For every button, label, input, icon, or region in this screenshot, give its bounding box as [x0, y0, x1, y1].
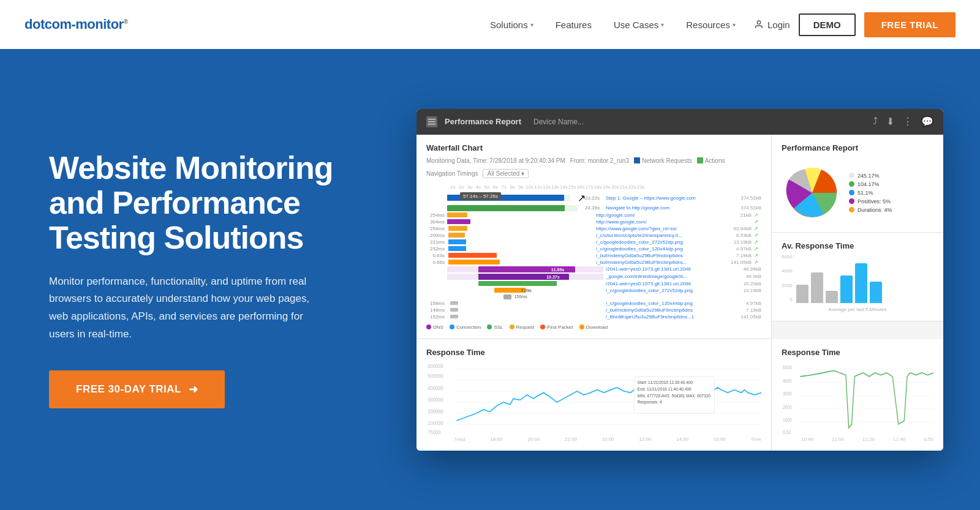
pie-chart: [782, 162, 843, 223]
line-path-right: [801, 370, 933, 428]
bar: [796, 285, 809, 303]
svg-rect-2: [428, 121, 435, 122]
trend-icon: ↗: [754, 219, 761, 225]
nav-links: Solutions ▾ Features Use Cases ▾ Resourc…: [490, 20, 736, 30]
table-row: 232ms /_c/googledoodles_color_120x44dp.p…: [426, 246, 761, 252]
svg-text:0.50: 0.50: [783, 429, 791, 435]
bar: [826, 291, 838, 303]
bar-chart-xlabel: Average per last 5 Minutes: [782, 307, 933, 312]
svg-text:Start: 11/21/2016 11:30:40.400: Start: 11/21/2016 11:30:40.400: [638, 380, 693, 384]
nav-solutions[interactable]: Solutions ▾: [490, 20, 533, 30]
performance-report-title: Performance Report: [782, 143, 933, 152]
svg-text:400000: 400000: [428, 385, 443, 391]
right-panels: Performance Report: [772, 135, 943, 339]
user-icon: [754, 20, 764, 29]
hero-section: Website Monitoring and Performance Testi…: [0, 49, 980, 510]
table-row: 152ms /_Bhn8KqarU5u3u29BuF9ncbnp6dns...1…: [426, 314, 761, 320]
response-time-right-panel: Response Time 5000 4000 3000 2000 1000 0…: [772, 339, 943, 451]
arrow-right-icon: ➜: [189, 383, 198, 396]
download-icon[interactable]: ⬇: [886, 116, 894, 127]
hero-description: Monitor performance, functionality, and …: [49, 273, 318, 344]
bar: [870, 282, 882, 303]
svg-rect-1: [428, 119, 435, 120]
chevron-down-icon: ▾: [733, 21, 736, 28]
svg-text:200000: 200000: [428, 408, 443, 414]
table-row: 150ms: [426, 294, 761, 299]
titlebar-title: Performance Report: [445, 117, 521, 126]
svg-text:4000: 4000: [783, 377, 792, 383]
line-chart-svg-right: 5000 4000 3000 2000 1000 0.50: [782, 362, 933, 435]
titlebar-device: Device Name...: [533, 118, 584, 126]
titlebar-actions: ⤴ ⬇ ⋮ 💬: [873, 116, 933, 127]
free-trial-button[interactable]: FREE TRIAL: [864, 12, 956, 37]
hero-cta-button[interactable]: FREE 30-DAY TRIAL ➜: [49, 370, 225, 408]
table-row: 0.63s /_buf/mdemyGd0a5u29BuF9ncbnp6dns 7…: [426, 253, 761, 258]
pie-chart-container: 245.17% 104.17% 51.1% Positives: 5% Dura…: [782, 162, 933, 223]
svg-text:5000: 5000: [783, 364, 792, 370]
hamburger-icon: [428, 119, 435, 125]
table-row: 200ms /_c/s/tul.tbn/scripts/te2/transpar…: [426, 233, 761, 238]
dashboard-window: Performance Report Device Name... ⤴ ⬇ ⋮ …: [417, 109, 943, 451]
trend-icon: ↗: [754, 253, 761, 258]
response-time-left-title: Response Time: [426, 348, 761, 357]
svg-text:2000: 2000: [783, 404, 792, 410]
login-button[interactable]: Login: [754, 20, 790, 30]
svg-text:300000: 300000: [428, 397, 443, 402]
chat-icon[interactable]: 💬: [921, 116, 933, 127]
navbar: dotcom-monitor® Solutions ▾ Features Use…: [0, 0, 980, 49]
hero-headline: Website Monitoring and Performance Testi…: [49, 151, 343, 256]
table-row: 304ms http://www.google.com/ ↗: [426, 219, 761, 225]
trend-icon: ↗: [578, 192, 582, 204]
bar: [811, 272, 823, 303]
hero-left: Website Monitoring and Performance Testi…: [49, 151, 343, 408]
bar: [840, 276, 853, 303]
svg-text:MIN: 477728  AVG: 504361  MAX:: MIN: 477728 AVG: 504361 MAX: 607320: [638, 393, 710, 397]
trend-icon: ↗: [754, 226, 761, 231]
av-response-title: Av. Response Time: [782, 241, 933, 250]
svg-rect-3: [428, 124, 435, 125]
response-time-left-panel: Response Time 600000 500000 400000 30000…: [417, 339, 772, 451]
trend-icon: ↗: [754, 239, 761, 245]
table-row: 0.66s /_buf/mdemyGd0a5u29BuF9ncbnp6dns..…: [426, 260, 761, 265]
av-response-panel: Av. Response Time 6000 4000 2000 0: [772, 233, 943, 321]
time-ruler: 1s 2s 3s 4s 5s 6s 7s 8s 9s 10s 11s 12s 1…: [426, 184, 761, 190]
line-path: [456, 388, 761, 421]
response-time-right-title: Response Time: [782, 348, 933, 357]
table-row: 10.37s _google.com/inlinedimage/googleSi…: [426, 274, 761, 280]
line-chart-svg-left: 600000 500000 400000 300000 200000 10000…: [426, 362, 761, 435]
chevron-down-icon: ▾: [661, 21, 664, 28]
hero-right: Performance Report Device Name... ⤴ ⬇ ⋮ …: [380, 109, 943, 451]
x-axis-left: 7wsd 18:00 20:00 22:00 10:00 12:00 14:00…: [426, 437, 761, 442]
more-icon[interactable]: ⋮: [903, 116, 913, 127]
performance-report-panel: Performance Report: [772, 135, 943, 233]
waterfall-legend: DNS Connection SSL Request First Packet …: [426, 324, 761, 330]
bar-chart: 6000 4000 2000 0: [782, 255, 933, 304]
nav-resources[interactable]: Resources ▾: [686, 20, 736, 30]
waterfall-meta: Monitoring Data, Time: 7/28/2018 at 9:20…: [426, 157, 761, 178]
svg-text:Responses: 4: Responses: 4: [638, 400, 662, 405]
svg-point-0: [757, 21, 760, 24]
svg-text:100000: 100000: [428, 420, 443, 426]
table-row: 254ms http://google.com/ 21kB ↗: [426, 212, 761, 218]
table-row: /2041-wdr=yes0.1973.gif.1381.url.2096 16…: [426, 281, 761, 287]
share-icon[interactable]: ⤴: [873, 116, 878, 127]
table-row: 158ms /_c/googledoodles_color_120x44dp.p…: [426, 301, 761, 306]
line-chart-left: 600000 500000 400000 300000 200000 10000…: [426, 362, 761, 435]
dashboard-menu-icon: [426, 116, 437, 127]
svg-text:75000: 75000: [428, 429, 441, 435]
table-row: 11.89s /2041-wdr=yes0.1973.gif.1381.url.…: [426, 266, 761, 272]
nav-use-cases[interactable]: Use Cases ▾: [614, 20, 664, 30]
demo-button[interactable]: DEMO: [799, 13, 856, 36]
trend-icon: ↗: [754, 212, 761, 218]
line-chart-right: 5000 4000 3000 2000 1000 0.50: [782, 362, 933, 435]
trend-icon: ↗: [754, 233, 761, 238]
table-row: 24.39s Navigate to http://google.com 374…: [426, 205, 761, 211]
table-row: 7.09s /_c/googledoodles_color_272x52dp.p…: [426, 288, 761, 293]
trend-icon: ↗: [754, 260, 761, 265]
registered-symbol: ®: [124, 18, 128, 25]
trend-icon: ↗: [754, 246, 761, 252]
dashboard-titlebar: Performance Report Device Name... ⤴ ⬇ ⋮ …: [417, 109, 943, 135]
nav-features[interactable]: Features: [556, 20, 592, 30]
waterfall-title: Waterfall Chart: [426, 143, 761, 152]
brand-logo[interactable]: dotcom-monitor®: [24, 17, 128, 32]
